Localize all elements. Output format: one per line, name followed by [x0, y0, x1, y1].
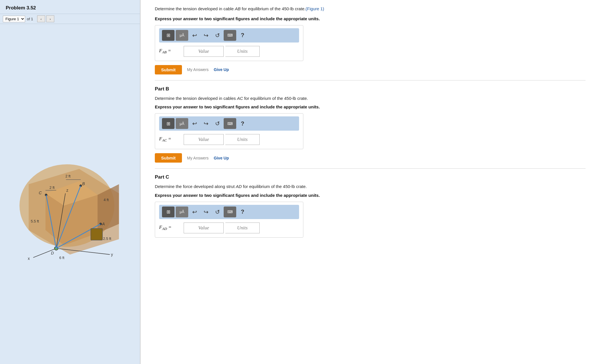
svg-text:B: B — [82, 181, 85, 186]
svg-text:5.5 ft: 5.5 ft — [31, 219, 39, 223]
submit-button-partB[interactable]: Submit — [155, 153, 182, 163]
toolbar-partC: ⊞ μÅ ↩ ↪ ↺ ⌨ ? — [159, 205, 299, 219]
give-up-partB[interactable]: Give Up — [214, 156, 229, 160]
svg-text:6 ft: 6 ft — [59, 256, 65, 260]
input-row-partC: FAD = — [159, 223, 299, 233]
help-button-partC[interactable]: ? — [237, 207, 248, 217]
figure-of-label: of 1 — [27, 17, 33, 21]
figure-controls-bar: Figure 1 of 1 ‹ › — [0, 14, 140, 24]
svg-text:x: x — [28, 256, 30, 261]
grid-button-partA[interactable]: ⊞ — [162, 30, 175, 41]
formula-label-partA: FAB = — [159, 48, 182, 54]
part-c-description: Determine the force developed along stru… — [155, 183, 586, 190]
figure-prev-button[interactable]: ‹ — [37, 15, 45, 22]
keyboard-button-partC[interactable]: ⌨ — [224, 207, 236, 217]
value-input-partB[interactable] — [184, 134, 224, 145]
svg-text:D: D — [51, 251, 54, 255]
figure-svg: z x y D A B C — [6, 47, 134, 358]
svg-text:4 ft: 4 ft — [104, 198, 109, 202]
help-button-partA[interactable]: ? — [237, 30, 248, 41]
grid-button-partC[interactable]: ⊞ — [162, 207, 175, 217]
svg-text:2 ft: 2 ft — [49, 185, 55, 190]
mu-button-partB[interactable]: μÅ — [176, 118, 188, 129]
formula-label-partB: FAC = — [159, 136, 182, 143]
divider-bc — [155, 168, 586, 169]
svg-text:y: y — [111, 252, 113, 257]
answer-box-partA: ⊞ μÅ ↩ ↪ ↺ ⌨ ? FAB = — [155, 25, 303, 61]
part-b-description: Determine the tension developed in cable… — [155, 95, 586, 102]
grid-button-partB[interactable]: ⊞ — [162, 118, 175, 129]
reset-button-partA[interactable]: ↺ — [212, 30, 223, 41]
express-answer-partA: Express your answer to two significant f… — [155, 16, 586, 21]
my-answers-partB: My Answers — [187, 156, 209, 160]
express-answer-partC: Express your answer to two significant f… — [155, 193, 586, 198]
svg-text:2.5 ft: 2.5 ft — [103, 236, 111, 241]
part-c-label: Part C — [155, 174, 586, 180]
formula-label-partC: FAD = — [159, 225, 182, 231]
keyboard-button-partB[interactable]: ⌨ — [224, 118, 236, 129]
formula-sub-partB: AC — [162, 138, 167, 143]
figure-link[interactable]: (Figure 1) — [306, 6, 324, 11]
input-row-partB: FAC = — [159, 134, 299, 145]
units-input-partB[interactable] — [225, 134, 260, 145]
undo-button-partC[interactable]: ↩ — [189, 207, 200, 217]
undo-button-partB[interactable]: ↩ — [189, 118, 200, 129]
figure-area: z x y D A B C — [0, 41, 140, 364]
mu-button-partA[interactable]: μÅ — [176, 30, 188, 41]
formula-equals-partB: = — [168, 136, 171, 141]
redo-button-partC[interactable]: ↪ — [201, 207, 211, 217]
svg-text:A: A — [102, 222, 105, 226]
answer-box-partC: ⊞ μÅ ↩ ↪ ↺ ⌨ ? FAD = — [155, 202, 303, 238]
units-input-partC[interactable] — [225, 223, 260, 233]
formula-equals-partA: = — [168, 48, 171, 53]
submit-row-partA: Submit My Answers Give Up — [155, 65, 586, 74]
figure-select[interactable]: Figure 1 — [3, 16, 25, 22]
formula-equals-partC: = — [168, 225, 171, 230]
help-button-partB[interactable]: ? — [237, 118, 248, 129]
reset-button-partC[interactable]: ↺ — [212, 207, 223, 217]
value-input-partA[interactable] — [184, 46, 224, 57]
svg-rect-22 — [91, 228, 103, 240]
toolbar-partA: ⊞ μÅ ↩ ↪ ↺ ⌨ ? — [159, 28, 299, 43]
right-panel: Determine the tension developed in cable… — [140, 0, 597, 364]
keyboard-button-partA[interactable]: ⌨ — [224, 30, 236, 41]
figure-next-button[interactable]: › — [46, 15, 54, 22]
problem-intro: Determine the tension developed in cable… — [155, 6, 586, 12]
answer-box-partB: ⊞ μÅ ↩ ↪ ↺ ⌨ ? FAC = — [155, 113, 303, 149]
part-b-label: Part B — [155, 86, 586, 92]
units-input-partA[interactable] — [225, 46, 260, 57]
redo-button-partB[interactable]: ↪ — [201, 118, 211, 129]
formula-sub-partC: AD — [162, 227, 167, 231]
express-answer-partB: Express your answer to two significant f… — [155, 104, 586, 109]
input-row-partA: FAB = — [159, 46, 299, 57]
svg-text:2 ft: 2 ft — [65, 174, 71, 178]
submit-button-partA[interactable]: Submit — [155, 65, 182, 74]
my-answers-partA: My Answers — [187, 67, 209, 72]
divider-ab — [155, 80, 586, 80]
problem-title: Problem 3.52 — [0, 0, 140, 14]
undo-button-partA[interactable]: ↩ — [189, 30, 200, 41]
give-up-partA[interactable]: Give Up — [214, 67, 229, 72]
mu-button-partC[interactable]: μÅ — [176, 207, 188, 217]
toolbar-partB: ⊞ μÅ ↩ ↪ ↺ ⌨ ? — [159, 116, 299, 131]
svg-text:z: z — [66, 188, 68, 193]
submit-row-partB: Submit My Answers Give Up — [155, 153, 586, 163]
value-input-partC[interactable] — [184, 223, 224, 233]
part-b-section: Part B Determine the tension developed i… — [155, 86, 586, 163]
redo-button-partA[interactable]: ↪ — [201, 30, 211, 41]
reset-button-partB[interactable]: ↺ — [212, 118, 223, 129]
svg-text:C: C — [39, 191, 42, 195]
part-c-section: Part C Determine the force developed alo… — [155, 174, 586, 238]
formula-sub-partA: AB — [162, 50, 167, 54]
